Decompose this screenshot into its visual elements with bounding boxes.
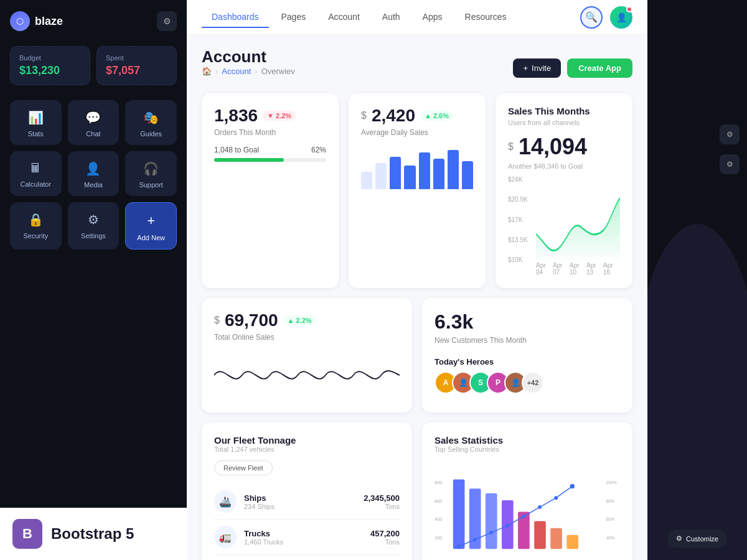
add-new-icon: + [147, 213, 155, 229]
svg-point-19 [505, 524, 509, 528]
page-title: Account [202, 47, 295, 67]
plus-icon: + [523, 63, 528, 73]
customers-value: 6.3k [435, 310, 620, 334]
bar-4 [404, 166, 415, 190]
sidebar-item-support[interactable]: 🎧 Support [125, 151, 177, 196]
sidebar-item-label: Add New [137, 234, 165, 241]
sidebar-item-label: Calculator [21, 180, 52, 188]
line-chart-svg [536, 176, 620, 263]
right-panel-icons: ⚙ ⚙ [720, 124, 740, 174]
bar-6 [433, 159, 444, 189]
sidebar-item-label: Media [84, 181, 103, 189]
bootstrap-icon: B [12, 519, 42, 549]
page-header: Account 🏠 › Account › Overwiev + Invite … [202, 47, 632, 88]
bar-2 [375, 163, 387, 189]
tab-apps[interactable]: Apps [413, 7, 453, 28]
sidebar-item-label: Guides [140, 130, 162, 138]
svg-text:80%: 80% [606, 499, 614, 503]
orders-value-row: 1,836 ▼ 2.2% [214, 106, 326, 126]
svg-text:60%: 60% [606, 517, 614, 521]
bootstrap-badge: B Bootstrap 5 [0, 508, 187, 560]
svg-point-23 [570, 484, 575, 488]
sidebar-item-add-new[interactable]: + Add New [125, 202, 177, 250]
review-fleet-button[interactable]: Review Fleet [214, 460, 273, 475]
orders-value: 1,836 [214, 106, 258, 126]
customize-button[interactable]: ⚙ Customize [667, 530, 727, 548]
ships-icon: 🚢 [214, 490, 237, 513]
search-button[interactable]: 🔍 [580, 6, 603, 29]
svg-point-20 [522, 515, 525, 518]
fleet-card: Our Fleet Tonnage Total 1,247 vehicles R… [202, 422, 412, 560]
notification-dot [626, 6, 632, 12]
main-content: Dashboards Pages Account Auth Apps Resou… [187, 0, 647, 560]
sales-stats-card: Sales Statistics Top Selling Countries 8… [422, 422, 632, 560]
svg-rect-6 [486, 493, 497, 549]
svg-point-22 [554, 496, 558, 500]
svg-point-16 [457, 544, 461, 548]
stats-row2: $ 69,700 ▲ 2.2% Total Online Sales 6.3k … [202, 298, 632, 413]
chat-icon: 💬 [85, 110, 101, 125]
svg-point-17 [473, 538, 477, 541]
create-app-button[interactable]: Create App [567, 58, 632, 78]
avatar-notification[interactable]: 👤 [610, 6, 632, 29]
breadcrumb-account[interactable]: Account [222, 67, 251, 76]
orders-badge: ▼ 2.2% [263, 111, 296, 121]
orders-label: Orders This Month [214, 128, 326, 137]
sales-month-title: Sales This Months [508, 106, 620, 116]
svg-text:800: 800 [435, 480, 442, 485]
mini-bar-chart [361, 146, 473, 189]
logo-area: ⬡ blaze [10, 11, 63, 31]
sidebar-settings-icon[interactable]: ⚙ [157, 11, 177, 31]
hero-count: +42 [522, 371, 544, 394]
sidebar-item-label: Support [139, 181, 163, 189]
bar-5 [419, 152, 430, 190]
security-icon: 🔒 [28, 212, 44, 227]
panel-icon-1[interactable]: ⚙ [720, 124, 740, 144]
sidebar: ⬡ blaze ⚙ Budget $13,230 Spent $7,057 📊 … [0, 0, 187, 560]
sidebar-item-guides[interactable]: 🎭 Guides [125, 100, 177, 145]
budget-card: Budget $13,230 [10, 46, 90, 85]
svg-rect-11 [566, 535, 578, 549]
sidebar-header: ⬡ blaze ⚙ [10, 11, 177, 31]
guides-icon: 🎭 [143, 110, 159, 125]
tab-dashboards[interactable]: Dashboards [202, 7, 269, 28]
sidebar-item-settings[interactable]: ⚙ Settings [68, 202, 120, 250]
top-nav: Dashboards Pages Account Auth Apps Resou… [187, 0, 647, 35]
sales-month-subtitle: Users from all channels [508, 119, 620, 126]
progress-pct: 62% [311, 146, 326, 154]
tab-resources[interactable]: Resources [455, 7, 517, 28]
heroes-title: Today's Heroes [435, 357, 620, 366]
invite-button[interactable]: + Invite [513, 58, 561, 78]
sidebar-item-media[interactable]: 👤 Media [68, 151, 120, 196]
sales-stats-title: Sales Statistics [435, 435, 620, 446]
daily-sales-card: $ 2,420 ▲ 2.6% Average Daily Sales [349, 93, 486, 288]
budget-value: $13,230 [19, 64, 81, 77]
sidebar-item-chat[interactable]: 💬 Chat [68, 100, 120, 145]
breadcrumb-home: 🏠 [202, 67, 212, 76]
sales-month-value: 14,094 [519, 134, 587, 160]
sidebar-item-calculator[interactable]: 🖩 Calculator [10, 151, 62, 196]
new-customers-card: 6.3k New Customers This Month Today's He… [422, 298, 632, 413]
customize-icon: ⚙ [676, 534, 682, 543]
stats-icon: 📊 [28, 110, 44, 125]
orders-progress: 1,048 to Goal 62% [214, 146, 326, 162]
fleet-title: Our Fleet Tonnage [214, 435, 400, 446]
stats-grid: 1,836 ▼ 2.2% Orders This Month 1,048 to … [202, 93, 632, 288]
sales-stats-subtitle: Top Selling Countries [435, 446, 620, 453]
wave-chart [214, 350, 400, 400]
heroes-avatars: A 👤 S P 👤 +42 [435, 371, 620, 394]
nav-grid: 📊 Stats 💬 Chat 🎭 Guides 🖩 Calculator 👤 M… [10, 100, 177, 250]
header-actions: + Invite Create App [513, 58, 632, 78]
sidebar-item-stats[interactable]: 📊 Stats [10, 100, 62, 145]
bar-chart-svg: 800 600 400 200 100% [435, 460, 620, 560]
sidebar-item-label: Stats [28, 130, 44, 138]
tab-auth[interactable]: Auth [372, 7, 410, 28]
tab-pages[interactable]: Pages [271, 7, 316, 28]
panel-icon-2[interactable]: ⚙ [720, 154, 740, 174]
support-icon: 🎧 [143, 161, 159, 176]
tab-account[interactable]: Account [318, 7, 370, 28]
sidebar-item-security[interactable]: 🔒 Security [10, 202, 62, 250]
sales-line-chart: $24K $20.5K $17K $13.5K $10K [508, 176, 620, 276]
spent-label: Spent [106, 54, 167, 62]
budget-label: Budget [19, 54, 81, 62]
